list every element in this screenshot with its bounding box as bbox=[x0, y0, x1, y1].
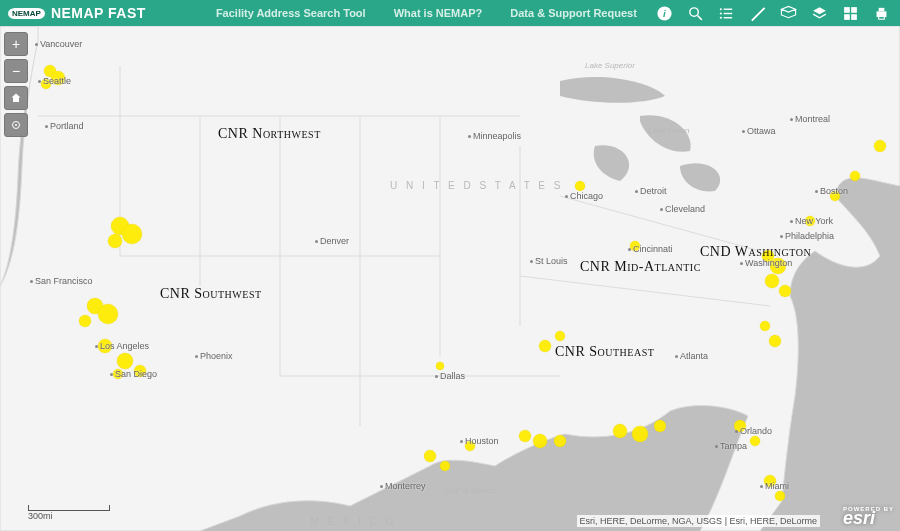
city-portland: Portland bbox=[45, 121, 84, 131]
zoom-in-button[interactable]: + bbox=[4, 32, 28, 56]
svg-point-42 bbox=[874, 140, 886, 152]
city-newyork: New York bbox=[790, 216, 833, 226]
map-controls: + − bbox=[4, 32, 28, 137]
layers-icon[interactable] bbox=[811, 5, 828, 22]
basemap-icon[interactable] bbox=[842, 5, 859, 22]
toolbar: i bbox=[656, 5, 890, 22]
link-fast[interactable]: Facility Address Search Tool bbox=[216, 7, 366, 19]
svg-point-25 bbox=[108, 234, 122, 248]
svg-point-53 bbox=[632, 426, 648, 442]
city-stlouis: St Louis bbox=[530, 256, 568, 266]
svg-point-9 bbox=[720, 16, 722, 18]
svg-point-45 bbox=[436, 362, 444, 370]
region-nw: CNR Northwest bbox=[218, 126, 321, 142]
city-miami: Miami bbox=[760, 481, 789, 491]
svg-text:i: i bbox=[663, 8, 666, 19]
app-title: NEMAP FAST bbox=[51, 5, 146, 21]
svg-point-49 bbox=[519, 430, 531, 442]
city-montreal: Montreal bbox=[790, 114, 830, 124]
city-monterrey: Monterrey bbox=[380, 481, 426, 491]
svg-point-33 bbox=[575, 181, 585, 191]
svg-rect-12 bbox=[851, 7, 857, 13]
svg-point-8 bbox=[720, 12, 722, 14]
measure-icon[interactable] bbox=[749, 5, 766, 22]
city-sandiego: San Diego bbox=[110, 369, 157, 379]
svg-rect-14 bbox=[851, 14, 857, 20]
svg-point-38 bbox=[779, 285, 791, 297]
svg-point-50 bbox=[533, 434, 547, 448]
country-us: U N I T E D S T A T E S bbox=[390, 181, 564, 191]
nav-links: Facility Address Search Tool What is NEM… bbox=[216, 7, 637, 19]
city-chicago: Chicago bbox=[565, 191, 603, 201]
country-mx: M E X I C O bbox=[310, 516, 396, 527]
svg-point-24 bbox=[122, 224, 142, 244]
logo-badge: NEMAP bbox=[8, 8, 45, 19]
search-icon[interactable] bbox=[687, 5, 704, 22]
gulf-mexico: Gulf of Mexico bbox=[445, 486, 496, 495]
city-la: Los Angeles bbox=[95, 341, 149, 351]
svg-rect-16 bbox=[879, 7, 885, 11]
svg-point-47 bbox=[440, 461, 450, 471]
svg-point-46 bbox=[424, 450, 436, 462]
svg-marker-10 bbox=[751, 7, 765, 21]
info-icon[interactable]: i bbox=[656, 5, 673, 22]
city-tampa: Tampa bbox=[715, 441, 747, 451]
svg-point-37 bbox=[765, 274, 779, 288]
city-sanfran: San Francisco bbox=[30, 276, 93, 286]
home-button[interactable] bbox=[4, 86, 28, 110]
city-philadelphia: Philadelphia bbox=[780, 231, 834, 241]
svg-point-19 bbox=[15, 124, 17, 126]
city-dallas: Dallas bbox=[435, 371, 465, 381]
city-boston: Boston bbox=[815, 186, 848, 196]
region-ma: CNR Mid-Atlantic bbox=[580, 259, 701, 275]
city-vancouver: Vancouver bbox=[35, 39, 82, 49]
lake-huron: Lake Huron bbox=[648, 126, 689, 135]
app-logo: NEMAP NEMAP FAST bbox=[8, 5, 146, 21]
print-icon[interactable] bbox=[873, 5, 890, 22]
svg-point-51 bbox=[554, 435, 566, 447]
locate-button[interactable] bbox=[4, 113, 28, 137]
city-ottawa: Ottawa bbox=[742, 126, 776, 136]
city-phoenix: Phoenix bbox=[195, 351, 233, 361]
svg-point-44 bbox=[555, 331, 565, 341]
city-seattle: Seattle bbox=[38, 76, 71, 86]
svg-point-43 bbox=[539, 340, 551, 352]
svg-point-59 bbox=[760, 321, 770, 331]
scale-bar: 300mi bbox=[28, 505, 110, 521]
svg-point-2 bbox=[690, 7, 699, 16]
city-houston: Houston bbox=[460, 436, 499, 446]
list-icon[interactable] bbox=[718, 5, 735, 22]
zoom-out-button[interactable]: − bbox=[4, 59, 28, 83]
link-support[interactable]: Data & Support Request bbox=[510, 7, 637, 19]
svg-point-52 bbox=[613, 424, 627, 438]
city-orlando: Orlando bbox=[735, 426, 772, 436]
city-detroit: Detroit bbox=[635, 186, 667, 196]
svg-rect-11 bbox=[844, 7, 850, 13]
svg-point-7 bbox=[720, 8, 722, 10]
city-atlanta: Atlanta bbox=[675, 351, 708, 361]
link-what[interactable]: What is NEMAP? bbox=[394, 7, 483, 19]
svg-point-58 bbox=[775, 491, 785, 501]
svg-rect-13 bbox=[844, 14, 850, 20]
svg-line-3 bbox=[698, 15, 702, 19]
facility-clusters bbox=[0, 26, 900, 531]
svg-point-30 bbox=[117, 353, 133, 369]
city-denver: Denver bbox=[315, 236, 349, 246]
city-washington: Washington bbox=[740, 258, 792, 268]
city-cleveland: Cleveland bbox=[660, 204, 705, 214]
lake-superior: Lake Superior bbox=[585, 61, 635, 70]
region-se: CNR Southeast bbox=[555, 344, 654, 360]
svg-point-56 bbox=[750, 436, 760, 446]
svg-point-54 bbox=[654, 420, 666, 432]
bookmark-icon[interactable] bbox=[780, 5, 797, 22]
svg-rect-15 bbox=[877, 11, 887, 17]
city-minneapolis: Minneapolis bbox=[468, 131, 521, 141]
svg-rect-17 bbox=[879, 15, 885, 19]
svg-point-41 bbox=[850, 171, 860, 181]
attribution: Esri, HERE, DeLorme, NGA, USGS | Esri, H… bbox=[577, 515, 820, 527]
map-canvas[interactable]: CNR Northwest CNR Southwest CNR Southeas… bbox=[0, 26, 900, 531]
svg-point-27 bbox=[98, 304, 118, 324]
esri-logo: POWERED BY esri bbox=[843, 506, 894, 529]
svg-point-60 bbox=[769, 335, 781, 347]
region-sw: CNR Southwest bbox=[160, 286, 262, 302]
